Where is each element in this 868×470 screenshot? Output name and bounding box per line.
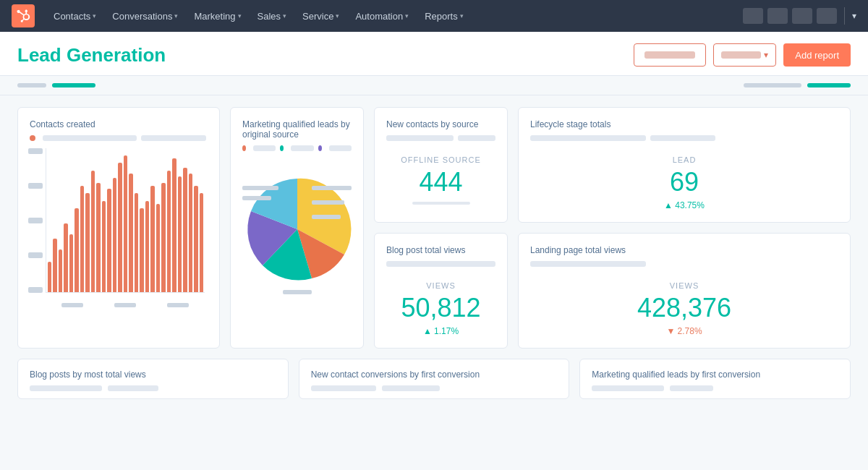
bar: [124, 155, 127, 292]
bar: [48, 262, 51, 292]
landing-page-card: Landing page total views VIEWS 428,376 ▼…: [518, 233, 851, 349]
legend-skel-2: [242, 196, 271, 200]
nav-search-icon[interactable]: [743, 8, 763, 24]
chevron-down-icon: ▾: [174, 12, 178, 20]
x-label-3: [167, 303, 189, 307]
page-header: Lead Generation ▾ Add report: [0, 32, 868, 76]
legend-bottom: [283, 290, 312, 294]
lifecycle-skel-row: [530, 135, 838, 141]
contacts-created-title: Contacts created: [30, 119, 208, 129]
legend-item-2: [242, 196, 278, 200]
y-label-3: [28, 218, 43, 223]
bar: [135, 193, 138, 292]
bar: [172, 158, 176, 292]
new-contacts-skel: [386, 135, 495, 141]
bottom-skel-6: [670, 385, 713, 391]
nav-contacts[interactable]: Contacts ▾: [46, 7, 103, 26]
blog-post-value: 50,812: [386, 293, 495, 323]
bar: [107, 189, 111, 292]
x-label-2: [114, 303, 136, 307]
chevron-down-icon: ▾: [460, 12, 464, 20]
nav-automation[interactable]: Automation ▾: [348, 7, 416, 26]
contacts-skel-row: [30, 135, 208, 141]
new-contacts-metric-skel: [412, 202, 470, 205]
nav-account-chevron[interactable]: ▾: [852, 11, 856, 21]
date-range-skeleton: [644, 51, 695, 59]
x-label-1: [61, 303, 83, 307]
skel-nc-1: [386, 135, 454, 141]
legend-skel-1: [242, 186, 278, 190]
nav-help-icon[interactable]: [767, 8, 788, 24]
new-contacts-label: OFFLINE SOURCE: [386, 155, 495, 164]
blog-posts-most-title: Blog posts by most total views: [30, 369, 276, 380]
nav-sales[interactable]: Sales ▾: [250, 7, 294, 26]
bar: [150, 186, 154, 292]
landing-page-change: ▼ 2.78%: [530, 326, 838, 336]
skel-1: [43, 135, 137, 141]
nav-marketing[interactable]: Marketing ▾: [187, 7, 248, 26]
bar: [85, 193, 89, 292]
landing-page-title: Landing page total views: [530, 245, 838, 255]
legend-right-skel-3: [312, 215, 341, 219]
header-actions: ▾ Add report: [634, 43, 851, 67]
filter-dropdown-button[interactable]: ▾: [713, 43, 776, 67]
legend-right: [312, 186, 352, 219]
blog-post-label: VIEWS: [386, 281, 495, 290]
lifecycle-title: Lifecycle stage totals: [530, 119, 838, 129]
pie-chart-container: [242, 157, 352, 302]
chevron-down-icon: ▾: [405, 12, 409, 20]
filter-tab-2[interactable]: [52, 83, 95, 87]
nav-notifications-icon[interactable]: [817, 8, 837, 24]
filter-tabs: [17, 83, 95, 87]
bar: [183, 168, 187, 292]
legend-item-1: [242, 186, 278, 190]
date-range-button[interactable]: [634, 43, 706, 67]
skel-2: [141, 135, 206, 141]
mql-skel-row: [242, 145, 352, 151]
bottom-skel-3: [311, 385, 376, 391]
nav-settings-icon[interactable]: [792, 8, 812, 24]
chevron-down-icon: ▾: [336, 12, 339, 20]
bar: [161, 183, 165, 292]
new-contacts-value: 444: [386, 167, 495, 197]
filter-tab-1[interactable]: [17, 83, 46, 87]
bar: [80, 186, 84, 292]
filter-right-skel-active: [807, 83, 851, 87]
mql-title: Marketing qualified leads by original so…: [242, 119, 352, 140]
bottom-skel-row-1: [30, 385, 276, 391]
blog-post-skel: [386, 261, 495, 267]
hubspot-logo[interactable]: [12, 4, 35, 27]
landing-page-label: VIEWS: [530, 281, 838, 290]
chevron-down-icon: ▾: [283, 12, 286, 20]
filter-right-skel-1: [744, 83, 801, 87]
page-title: Lead Generation: [17, 44, 166, 67]
blog-posts-most-card: Blog posts by most total views: [17, 359, 289, 399]
y-axis: [30, 148, 43, 293]
mql-dot-3: [318, 145, 322, 151]
skel-lc-1: [530, 135, 646, 141]
skel-lc-2: [650, 135, 715, 141]
y-label-4: [28, 252, 43, 258]
nav-service[interactable]: Service ▾: [295, 7, 346, 26]
bar: [140, 208, 143, 292]
legend-left: [242, 186, 278, 200]
mql-skel-2: [291, 145, 313, 151]
new-contact-conversions-card: New contact conversions by first convers…: [299, 359, 570, 399]
bottom-skel-5: [592, 385, 664, 391]
filter-bar: [0, 76, 868, 95]
legend-bottom-skel: [283, 290, 312, 294]
nav-conversations[interactable]: Conversations ▾: [105, 7, 185, 26]
blog-arrow-up-icon: ▲: [423, 326, 434, 336]
filter-right: [744, 83, 851, 87]
blog-post-title: Blog post total views: [386, 245, 495, 255]
skel-bp-1: [386, 261, 495, 267]
mql-skel-3: [329, 145, 352, 151]
add-report-button[interactable]: Add report: [783, 43, 851, 67]
bar: [75, 208, 78, 292]
nav-reports[interactable]: Reports ▾: [417, 7, 471, 26]
new-contact-conversions-title: New contact conversions by first convers…: [311, 369, 558, 380]
bar: [194, 186, 197, 292]
nav-items: Contacts ▾ Conversations ▾ Marketing ▾ S…: [46, 7, 743, 26]
mql-dot-1: [242, 145, 246, 151]
bottom-skel-row-2: [311, 385, 558, 391]
